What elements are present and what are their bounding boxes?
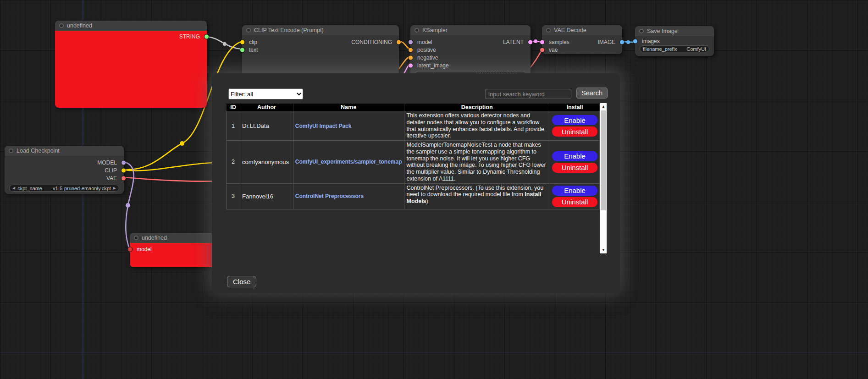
id-cell: 1	[227, 111, 240, 141]
search-button[interactable]: Search	[576, 88, 608, 99]
conditioning-output-dot[interactable]	[397, 40, 401, 44]
node-status-dot	[546, 28, 551, 33]
extension-link[interactable]: ComfyUI Impact Pack	[295, 123, 352, 129]
node-title: CLIP Text Encode (Prompt)	[254, 27, 324, 33]
header-install: Install	[550, 104, 599, 111]
filename-prefix-widget[interactable]: filename_prefix ComfyUI	[640, 45, 709, 52]
right-arrow-icon[interactable]: ▶	[113, 186, 116, 190]
slot-row: latent_image	[410, 61, 531, 69]
install-cell: Enable Uninstall	[550, 111, 599, 141]
node-undefined-top[interactable]: undefined STRING	[55, 21, 207, 108]
node-vae-decode[interactable]: VAE Decode samples IMAGE vae	[542, 25, 622, 54]
id-cell: 2	[227, 141, 240, 184]
node-body: clip CONDITIONING text	[242, 35, 399, 54]
enable-button[interactable]: Enable	[552, 151, 597, 161]
author-cell: Fannovel16	[240, 183, 293, 209]
slot-row: vae	[542, 46, 622, 54]
ckpt-name-value: v1-5-pruned-emaonly.ckpt	[53, 186, 111, 191]
vae-input-dot[interactable]	[540, 48, 544, 52]
filename-prefix-value: ComfyUI	[686, 46, 706, 52]
link-dot-string	[223, 42, 227, 46]
clip-input-dot[interactable]	[240, 40, 244, 44]
node-title-bar[interactable]: VAE Decode	[542, 25, 622, 35]
scrollbar[interactable]: ▲ ▼	[600, 103, 607, 253]
enable-button[interactable]: Enable	[552, 115, 597, 125]
node-save-image[interactable]: Save Image images filename_prefix ComfyU…	[635, 26, 714, 56]
slot-row: model LATENT	[410, 38, 531, 46]
ckpt-name-label: ckpt_name	[17, 186, 42, 191]
node-body: samples IMAGE vae	[542, 35, 622, 54]
header-id: ID	[227, 104, 240, 111]
wire-string-to-text	[207, 37, 242, 49]
scroll-down-button[interactable]: ▼	[600, 247, 607, 253]
header-name: Name	[293, 104, 404, 111]
slot-row: CLIP	[5, 166, 124, 174]
model-input-dot[interactable]	[409, 40, 413, 44]
model-output-dot[interactable]	[122, 160, 126, 165]
image-output-dot[interactable]	[620, 40, 624, 44]
images-input-dot[interactable]	[633, 39, 637, 44]
vae-output-dot[interactable]	[122, 176, 126, 180]
scroll-up-icon: ▲	[602, 104, 605, 109]
node-title: undefined	[142, 235, 167, 241]
link-dot-clip	[180, 141, 184, 146]
uninstall-button[interactable]: Uninstall	[552, 126, 597, 137]
ckpt-name-widget[interactable]: ◀ ckpt_name v1-5-pruned-emaonly.ckpt ▶	[9, 185, 119, 192]
header-description: Description	[404, 104, 550, 111]
node-body: STRING	[55, 31, 207, 108]
node-clip-text-encode[interactable]: CLIP Text Encode (Prompt) clip CONDITION…	[242, 25, 399, 76]
node-status-dot	[59, 23, 64, 28]
latent-output-dot[interactable]	[528, 40, 532, 44]
negative-input-dot[interactable]	[409, 55, 413, 60]
scrollbar-thumb[interactable]	[601, 110, 606, 210]
author-cell: comfyanonymous	[240, 141, 293, 184]
extension-table: ID Author Name Description Install 1 Dr.…	[226, 103, 600, 209]
slot-row: images	[635, 38, 714, 44]
node-title: undefined	[67, 22, 92, 29]
node-title-bar[interactable]: KSampler	[410, 25, 531, 35]
text-input-dot[interactable]	[240, 48, 244, 52]
link-dot-image	[626, 40, 630, 44]
enable-button[interactable]: Enable	[552, 186, 597, 196]
slot-row: VAE	[5, 174, 124, 182]
node-status-dot	[246, 28, 251, 33]
clip-output-dot[interactable]	[122, 168, 126, 172]
link-dot-model	[126, 203, 130, 208]
slot-row: text	[242, 46, 399, 54]
node-title-bar[interactable]: CLIP Text Encode (Prompt)	[242, 25, 399, 35]
node-title: Save Image	[647, 28, 678, 34]
positive-input-dot[interactable]	[409, 48, 413, 52]
install-cell: Enable Uninstall	[550, 183, 599, 209]
description-cell: ModelSamplerTonemapNoiseTest a node that…	[404, 141, 550, 184]
node-title-bar[interactable]: Load Checkpoint	[5, 146, 124, 156]
name-cell: ComfyUI Impact Pack	[293, 111, 404, 141]
samples-input-dot[interactable]	[540, 40, 544, 44]
close-button[interactable]: Close	[227, 276, 256, 287]
description-cell: This extension offers various detector n…	[404, 111, 550, 141]
name-cell: ComfyUI_experiments/sampler_tonemap	[293, 141, 404, 184]
name-cell: ControlNet Preprocessors	[293, 183, 404, 209]
node-load-checkpoint[interactable]: Load Checkpoint MODEL CLIP VAE ◀ ckpt_na…	[5, 146, 124, 194]
extension-row: 1 Dr.Lt.Data ComfyUI Impact Pack This ex…	[227, 111, 600, 141]
extension-link[interactable]: ComfyUI_experiments/sampler_tonemap	[295, 159, 402, 165]
model-input-dot[interactable]	[128, 247, 132, 251]
node-body: MODEL CLIP VAE ◀ ckpt_name v1-5-pruned-e…	[5, 156, 124, 192]
string-output-dot[interactable]	[205, 34, 209, 38]
extension-link[interactable]: ControlNet Preprocessors	[295, 193, 364, 199]
search-input[interactable]	[485, 89, 571, 99]
scroll-up-button[interactable]: ▲	[600, 103, 607, 110]
latent-image-input-dot[interactable]	[409, 63, 413, 67]
uninstall-button[interactable]: Uninstall	[552, 163, 597, 173]
table-header-row: ID Author Name Description Install	[227, 104, 600, 111]
node-title: VAE Decode	[554, 27, 586, 33]
node-ksampler[interactable]: KSampler model LATENT positive negative …	[410, 25, 531, 77]
node-title-bar[interactable]: Save Image	[635, 26, 714, 36]
slot-row: clip CONDITIONING	[242, 38, 399, 46]
left-arrow-icon[interactable]: ◀	[12, 186, 15, 190]
node-body: model LATENT positive negative latent_im…	[410, 35, 531, 78]
uninstall-button[interactable]: Uninstall	[552, 197, 597, 207]
node-title-bar[interactable]: undefined	[55, 21, 207, 31]
filter-select[interactable]: Filter: all	[228, 88, 303, 99]
comfyui-canvas[interactable]: { "colors": { "model": "#B39DDB", "clip"…	[0, 0, 868, 379]
slot-row: samples IMAGE	[542, 38, 622, 46]
